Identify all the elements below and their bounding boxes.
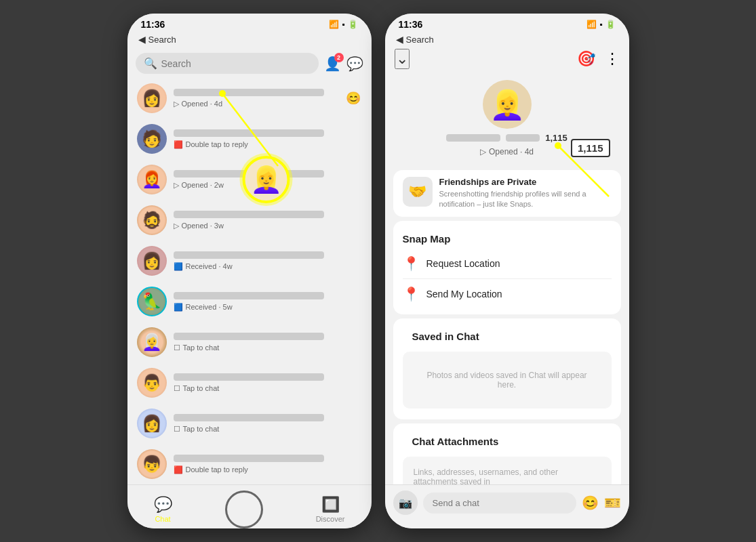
avatar-5: 👩 — [137, 246, 167, 276]
chat-name-1 — [174, 89, 324, 96]
chat-info-1: ▷ Opened · 4d — [174, 89, 362, 108]
avatar-3: 👩‍🦰 — [137, 165, 167, 194]
status-icon-2: 🟥 — [174, 140, 183, 149]
avatar-9: 👩 — [137, 409, 167, 438]
chat-status-1: ▷ Opened · 4d — [174, 100, 362, 108]
snap-score: 1,115 — [545, 133, 568, 143]
avatar-1: 👩 — [137, 83, 167, 113]
back-label-left: Search — [148, 35, 176, 45]
status-icon-9: ☐ — [174, 425, 180, 434]
chat-item-5[interactable]: 👩 🟦 Received · 4w — [127, 241, 372, 281]
chat-item-6[interactable]: 🦜 🟦 Received · 5w — [127, 281, 372, 322]
chat-status-9: ☐ Tap to chat — [174, 425, 362, 434]
avatar-7: 👩‍🦳 — [137, 327, 167, 357]
snap-map-title: Snap Map — [393, 226, 621, 249]
profile-name-row: 1,115 — [446, 133, 568, 143]
chat-info-7: ☐ Tap to chat — [174, 333, 362, 352]
status-icons-right: 📶 ▪️ 🔋 — [586, 20, 615, 29]
status-icon-5: 🟦 — [174, 262, 183, 271]
chat-item-8[interactable]: 👨 ☐ Tap to chat — [127, 362, 372, 403]
avatar-8: 👨 — [137, 368, 167, 398]
emoji-reaction-1: 😊 — [346, 91, 361, 106]
avatar-6: 🦜 — [137, 287, 167, 316]
chat-text-input[interactable] — [423, 493, 576, 514]
snap-map-section: Snap Map 📍 Request Location 📍 Send My Lo… — [393, 221, 621, 314]
chat-info-5: 🟦 Received · 4w — [174, 251, 362, 271]
chat-item-7[interactable]: 👩‍🦳 ☐ Tap to chat — [127, 322, 372, 362]
status-icon-4: ▷ — [174, 222, 179, 230]
friendship-text: Friendships are Private Screenshotting f… — [439, 177, 612, 210]
nav-discover[interactable]: 🔲 Discover — [316, 496, 345, 523]
chat-item-2[interactable]: 🧑 🟥 Double tap to reply — [127, 119, 372, 159]
discover-nav-icon: 🔲 — [321, 496, 340, 514]
back-arrow-right: ◀ — [396, 34, 403, 45]
chat-icon-button[interactable]: 💬 — [346, 56, 363, 72]
chat-item-4[interactable]: 🧔 ▷ Opened · 3w — [127, 200, 372, 241]
back-bar-left[interactable]: ◀ Search — [127, 33, 372, 49]
wifi-icon: ▪️ — [342, 20, 344, 29]
chat-status-8: ☐ Tap to chat — [174, 384, 362, 393]
profile-avatar: 👱‍♀️ — [483, 80, 532, 129]
score-annotation-box: 1,115 — [571, 139, 610, 157]
status-bar-right: 11:36 📶 ▪️ 🔋 — [385, 14, 629, 33]
request-location-item[interactable]: 📍 Request Location — [393, 249, 621, 278]
saved-in-chat-title: Saved in Chat — [403, 324, 612, 346]
friendship-icon: 🤝 — [403, 177, 433, 207]
signal-icon-right: 📶 — [586, 20, 597, 29]
battery-icon: 🔋 — [348, 20, 358, 29]
status-icon-7: ☐ — [174, 343, 180, 352]
status-icon-3: ▷ — [174, 181, 179, 190]
chat-info-9: ☐ Tap to chat — [174, 414, 362, 434]
saved-chat-section: Saved in Chat Photos and videos saved in… — [393, 318, 621, 419]
chat-name-7 — [174, 333, 324, 340]
chat-name-8 — [174, 373, 324, 381]
profile-status: ▷ Opened · 4d — [480, 147, 534, 157]
emoji-button[interactable]: 😊 — [582, 495, 599, 511]
search-input-wrap[interactable]: 🔍 — [136, 53, 319, 74]
chat-name-6 — [174, 292, 324, 299]
chat-list: 👩 ▷ Opened · 4d 😊 🧑 🟥 Double tap to — [127, 78, 372, 484]
back-label-right: Search — [406, 35, 434, 45]
add-friends-button[interactable]: 👤2 — [324, 56, 341, 72]
chat-name-10 — [174, 455, 324, 462]
nav-chat[interactable]: 💬 Chat — [154, 496, 172, 523]
send-my-location-item[interactable]: 📍 Send My Location — [393, 279, 621, 309]
chevron-down-button[interactable]: ⌄ — [395, 49, 410, 69]
bitmoji-icon-button[interactable]: 🎯 — [577, 50, 595, 68]
status-icons-left: 📶 ▪️ 🔋 — [329, 20, 357, 29]
profile-status-text: Opened · 4d — [489, 147, 534, 157]
chat-status-5: 🟦 Received · 4w — [174, 262, 362, 271]
chat-item-1[interactable]: 👩 ▷ Opened · 4d 😊 — [127, 78, 372, 119]
capture-button[interactable] — [225, 491, 263, 528]
chat-status-7: ☐ Tap to chat — [174, 343, 362, 352]
search-bar: 🔍 👤2 💬 — [127, 49, 372, 78]
sticker-button[interactable]: 🎫 — [604, 495, 621, 511]
more-options-button[interactable]: ⋮ — [605, 50, 620, 68]
right-header: ⌄ 🎯 ⋮ — [385, 49, 629, 73]
avatar-10: 👦 — [137, 449, 167, 479]
chat-status-6: 🟦 Received · 5w — [174, 303, 362, 312]
request-location-label: Request Location — [426, 258, 500, 269]
profile-status-icon: ▷ — [480, 147, 486, 157]
bottom-nav: 💬 Chat 🔲 Discover — [127, 484, 372, 528]
chat-item-9[interactable]: 👩 ☐ Tap to chat — [127, 403, 372, 444]
right-phone: 11:36 📶 ▪️ 🔋 ◀ Search ⌄ 🎯 ⋮ 👱‍♀️ — [385, 14, 629, 528]
chat-input-bar: 📷 😊 🎫 — [385, 484, 629, 528]
chat-item-10[interactable]: 👦 🟥 Double tap to reply — [127, 444, 372, 484]
status-icon-1: ▷ — [174, 100, 179, 108]
send-my-location-label: Send My Location — [426, 289, 502, 299]
wifi-icon-right: ▪️ — [599, 20, 602, 29]
friendship-card: 🤝 Friendships are Private Screenshotting… — [393, 170, 621, 217]
search-icon: 🔍 — [144, 57, 157, 70]
right-header-icons: 🎯 ⋮ — [577, 50, 620, 68]
chat-attachments-title: Chat Attachments — [403, 429, 612, 451]
send-location-icon: 📍 — [403, 286, 420, 302]
search-input[interactable] — [161, 58, 311, 69]
scrollable-profile: 🤝 Friendships are Private Screenshotting… — [385, 166, 629, 528]
signal-icon: 📶 — [329, 20, 339, 29]
friendship-description: Screenshotting friendship profiles will … — [439, 189, 612, 210]
discover-nav-label: Discover — [316, 515, 345, 523]
camera-button[interactable]: 📷 — [393, 491, 418, 515]
status-bar-left: 11:36 📶 ▪️ 🔋 — [127, 14, 372, 33]
chat-info-2: 🟥 Double tap to reply — [174, 129, 362, 149]
